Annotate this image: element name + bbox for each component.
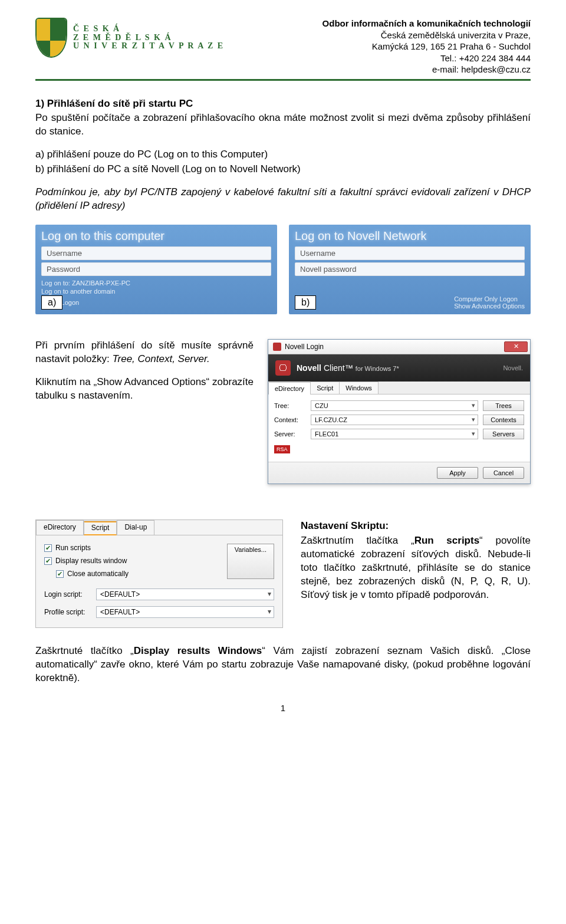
context-label: Context: [274,416,306,423]
display-results-checkbox[interactable] [44,557,52,565]
panel-a-sub3[interactable]: Novell Logon [41,298,271,307]
header-address: Odbor informačních a komunikačních techn… [323,18,531,75]
tree-select[interactable]: CZU [311,400,478,411]
header-rule [35,79,531,81]
window-title: Novell Login [285,343,324,351]
username-field-novell[interactable]: Username [295,246,525,260]
section-1-intro: Po spuštění počítače a zobrazení přihlaš… [35,111,531,139]
script-heading: Nastavení Skriptu: [301,520,389,531]
login-script-label: Login script: [44,590,91,599]
tab-script[interactable]: Script [310,382,340,394]
logo-text: Č E S K Á Z E M Ě D Ě L S K Á U N I V E … [73,25,224,51]
display-results-label: Display results window [55,557,127,565]
novell-login-window: Novell Login Novell Client™for Windows 7… [268,339,531,484]
trees-button[interactable]: Trees [483,400,524,411]
tab-edirectory[interactable]: eDirectory [268,382,311,394]
close-icon[interactable] [504,341,528,352]
sp-tab-dialup[interactable]: Dial-up [117,520,154,535]
servers-button[interactable]: Servers [483,429,524,439]
tree-label: Tree: [274,402,306,409]
option-a: a) přihlášení pouze do PC (Log on to thi… [35,148,531,162]
contexts-button[interactable]: Contexts [483,415,524,425]
close-automatically-checkbox[interactable] [56,570,64,578]
show-advanced-paragraph: Kliknutím na „Show Advanced Options“ zob… [35,376,254,403]
script-settings-panel: eDirectory Script Dial-up Run scripts Di… [35,519,283,628]
address-line: Kamýcká 129, 165 21 Praha 6 - Suchdol [323,41,531,52]
profile-script-label: Profile script: [44,608,91,616]
apply-button[interactable]: Apply [437,467,478,479]
rsa-badge: RSA [274,445,290,453]
login-script-select[interactable]: <DEFAULT> [96,588,274,600]
banner-text: Novell Client™for Windows 7* [297,363,399,373]
cancel-button[interactable]: Cancel [483,467,524,479]
panel-a-sub2[interactable]: Log on to another domain [41,287,271,295]
panel-a-sub1: Log on to: ZANZIBAR-PXE-PC [41,279,271,287]
show-advanced-options-link[interactable]: Show Advanced Options [454,302,525,310]
computer-only-logon-link[interactable]: Computer Only Logon [454,295,525,302]
first-login-paragraph: Při prvním přihlášení do sítě musíte spr… [35,339,254,366]
section-1-condition: Podmínkou je, aby byl PC/NTB zapojený v … [35,186,531,213]
panel-b-label: b) [295,295,316,310]
password-field[interactable]: Password [41,262,271,276]
login-panel-computer: Log on to this computer Username Passwor… [35,225,277,314]
university-logo: Č E S K Á Z E M Ě D Ě L S K Á U N I V E … [35,18,224,58]
run-scripts-checkbox[interactable] [44,544,52,552]
novell-icon [273,343,281,351]
university-name: Česká zemědělská univerzita v Praze, [323,29,531,41]
panel-a-title: Log on to this computer [41,229,271,243]
panel-b-title: Log on to Novell Network [295,229,525,243]
option-b: b) přihlášení do PC a sítě Novell (Log o… [35,163,531,176]
sp-tab-edirectory[interactable]: eDirectory [36,520,84,535]
page-number: 1 [35,703,531,713]
server-select[interactable]: FLEC01 [311,429,478,439]
variables-button[interactable]: Variables... [227,544,274,579]
context-select[interactable]: LF.CZU.CZ [311,415,478,425]
username-field[interactable]: Username [41,246,271,260]
server-label: Server: [274,430,306,438]
sp-tab-script[interactable]: Script [84,521,117,535]
close-automatically-label: Close automatically [67,570,129,578]
profile-script-select[interactable]: <DEFAULT> [96,606,274,618]
shield-icon [35,18,67,58]
tab-windows[interactable]: Windows [339,382,379,394]
banner-brand: Novell. [503,364,523,371]
script-settings-text: Nastavení Skriptu: Zaškrtnutím tlačítka … [301,519,531,603]
email: e-mail: helpdesk@czu.cz [323,64,531,75]
run-scripts-label: Run scripts [55,544,91,552]
closing-paragraph: Zaškrtnuté tlačítko „Display results Win… [35,645,531,685]
novell-password-field[interactable]: Novell password [295,262,525,276]
panel-a-label: a) [41,295,62,310]
telephone: Tel.: +420 224 384 444 [323,52,531,64]
section-1-title: 1) Přihlášení do sítě při startu PC [35,97,531,111]
login-panel-novell: Log on to Novell Network Username Novell… [289,225,531,314]
monitor-icon [275,360,291,376]
dept-name: Odbor informačních a komunikačních techn… [323,18,531,29]
